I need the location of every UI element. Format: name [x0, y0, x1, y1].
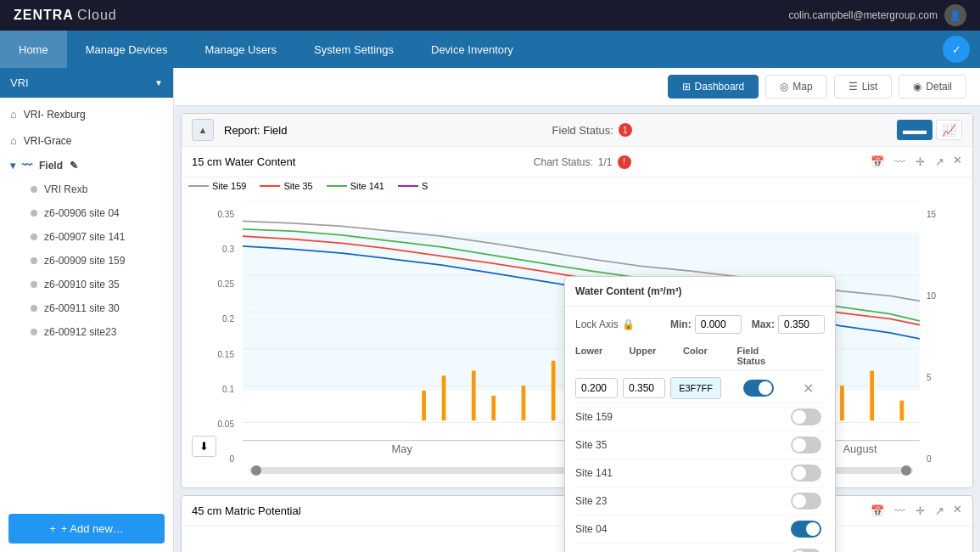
sidebar-item-field[interactable]: ▾ 〰 Field ✎ — [0, 154, 173, 177]
chart-title: 15 cm Water Content — [192, 155, 295, 168]
range-handle-left[interactable] — [251, 465, 261, 476]
trend-icon-2[interactable]: 〰 — [893, 503, 907, 519]
site-toggle-04[interactable] — [791, 521, 821, 538]
tab-dashboard[interactable]: ⊞ Dashboard — [668, 75, 759, 99]
list-icon: ☰ — [848, 81, 858, 93]
main-layout: VRI ▼ ⌂ VRI- Rexburg ✎ ⌂ VRI-Grace ✎ ▾ 〰 — [0, 68, 980, 552]
site-toggle-30[interactable] — [791, 549, 821, 552]
tab-map[interactable]: ◎ Map — [765, 75, 826, 99]
download-button[interactable]: ⬇ — [192, 436, 216, 457]
sidebar-item-vri-rexburg[interactable]: ⌂ VRI- Rexburg ✎ — [0, 101, 173, 127]
sidebar-item-left: ⌂ VRI-Grace — [10, 134, 72, 147]
color-picker[interactable]: E3F7FF — [670, 377, 721, 399]
svg-rect-11 — [491, 396, 496, 420]
sidebar-device-vri-rexb[interactable]: VRI Rexb — [0, 177, 173, 201]
dashboard-icon: ⊞ — [682, 81, 691, 93]
svg-rect-22 — [840, 386, 844, 420]
device-dot-icon — [31, 281, 37, 288]
vri-selector[interactable]: VRI ▼ — [0, 68, 173, 98]
site-toggle-159[interactable] — [791, 408, 821, 425]
sidebar-field-label: Field — [39, 160, 63, 172]
max-field: Max: — [752, 315, 825, 334]
chart-icons: 📅 〰 ✛ ↗ ✕ — [869, 154, 962, 170]
charts-scroll[interactable]: ▲ Report: Field Field Status: 1 ▬▬ 📈 — [174, 106, 980, 552]
field-status: Field Status: 1 — [552, 123, 632, 137]
share-icon-2[interactable]: ↗ — [933, 503, 946, 519]
min-input[interactable] — [695, 315, 742, 334]
legend-label: Site 159 — [212, 181, 246, 191]
site-toggle-23[interactable] — [791, 493, 821, 510]
col-color: Color — [683, 346, 732, 366]
device-label: z6-00907 site 141 — [44, 231, 125, 243]
nav-manage-users[interactable]: Manage Users — [187, 31, 296, 68]
nav-manage-devices-label: Manage Devices — [86, 43, 168, 56]
legend-item-s: S — [398, 181, 428, 191]
line-chart-button[interactable]: 📈 — [936, 120, 962, 140]
home-icon: ⌂ — [10, 108, 17, 121]
calendar-icon[interactable]: 📅 — [869, 154, 886, 170]
close-icon-2[interactable]: ✕ — [953, 503, 962, 519]
svg-rect-13 — [552, 361, 556, 420]
col-upper: Upper — [630, 346, 679, 366]
site-row-04: Site 04 — [575, 515, 825, 544]
add-new-button[interactable]: + + Add new… — [8, 514, 165, 544]
upper-input[interactable] — [623, 378, 665, 398]
trend-icon[interactable]: 〰 — [893, 154, 907, 170]
collapse-button[interactable]: ▲ — [192, 119, 214, 141]
delete-button[interactable]: ✕ — [791, 380, 825, 397]
sidebar-item-left: ⌂ VRI- Rexburg — [10, 108, 86, 121]
max-input[interactable] — [778, 315, 825, 334]
legend-label: Site 141 — [350, 181, 384, 191]
nav-home[interactable]: Home — [0, 31, 67, 68]
svg-text:May: May — [392, 442, 413, 455]
sidebar-device-site23[interactable]: z6-00912 site23 — [0, 320, 173, 344]
sidebar-section: ⌂ VRI- Rexburg ✎ ⌂ VRI-Grace ✎ ▾ 〰 Field… — [0, 98, 173, 347]
legend-line-icon — [188, 185, 209, 187]
sidebar-device-site04[interactable]: z6-00906 site 04 — [0, 201, 173, 225]
range-handle-right[interactable] — [901, 465, 911, 476]
site-toggle-141[interactable] — [791, 465, 821, 482]
lower-input[interactable] — [575, 378, 618, 398]
calendar-icon-2[interactable]: 📅 — [869, 503, 886, 519]
sidebar-device-site159[interactable]: z6-00909 site 159 — [0, 249, 173, 273]
legend-label: S — [422, 181, 428, 191]
tab-list[interactable]: ☰ List — [834, 75, 893, 99]
site-toggles: Site 159 Site 35 Site 141 Site 23 — [575, 403, 825, 552]
site-name: Site 35 — [575, 439, 791, 451]
field-status-label: Field Status: — [552, 124, 613, 137]
close-icon[interactable]: ✕ — [953, 154, 962, 170]
app-logo: ZENTRA Cloud — [14, 8, 117, 23]
min-max-group: Min: Max: — [670, 315, 825, 334]
sidebar-device-site141[interactable]: z6-00907 site 141 — [0, 225, 173, 249]
chart-legend: Site 159 Site 35 Site 141 S — [182, 177, 972, 194]
svg-text:August: August — [843, 442, 878, 455]
sidebar-device-site30[interactable]: z6-00911 site 30 — [0, 296, 173, 320]
nav-system-settings[interactable]: System Settings — [295, 31, 412, 68]
field-status-badge: 1 — [619, 123, 632, 137]
tab-map-label: Map — [792, 81, 812, 93]
site-toggle-35[interactable] — [791, 437, 821, 453]
nav-device-inventory[interactable]: Device Inventory — [412, 31, 532, 68]
field-status-toggle[interactable] — [743, 380, 774, 397]
share-icon[interactable]: ↗ — [933, 154, 946, 170]
sidebar-device-site35[interactable]: z6-00910 site 35 — [0, 273, 173, 296]
topbar: ZENTRA Cloud colin.campbell@metergroup.c… — [0, 0, 980, 31]
col-field-status: Field Status — [737, 346, 787, 366]
site-row-23: Site 23 — [575, 487, 825, 515]
chart-icons-2: 📅 〰 ✛ ↗ ✕ — [869, 503, 962, 519]
lock-axis-text: Lock Axis — [575, 318, 619, 330]
sidebar-item-vri-grace[interactable]: ⌂ VRI-Grace ✎ — [0, 127, 173, 154]
nav-manage-devices[interactable]: Manage Devices — [67, 31, 187, 68]
site-name: Site 141 — [575, 467, 791, 479]
crosshair-icon-2[interactable]: ✛ — [914, 503, 927, 519]
tab-dashboard-label: Dashboard — [695, 81, 745, 93]
device-dot-icon — [31, 234, 37, 240]
min-label: Min: — [670, 318, 692, 330]
tab-detail-label: Detail — [926, 81, 952, 93]
crosshair-icon[interactable]: ✛ — [914, 154, 927, 170]
legend-item-site141: Site 141 — [327, 181, 384, 191]
bar-chart-button[interactable]: ▬▬ — [897, 120, 932, 140]
svg-rect-23 — [870, 370, 874, 420]
tab-detail[interactable]: ◉ Detail — [899, 75, 966, 99]
add-button-label: + Add new… — [61, 522, 124, 535]
